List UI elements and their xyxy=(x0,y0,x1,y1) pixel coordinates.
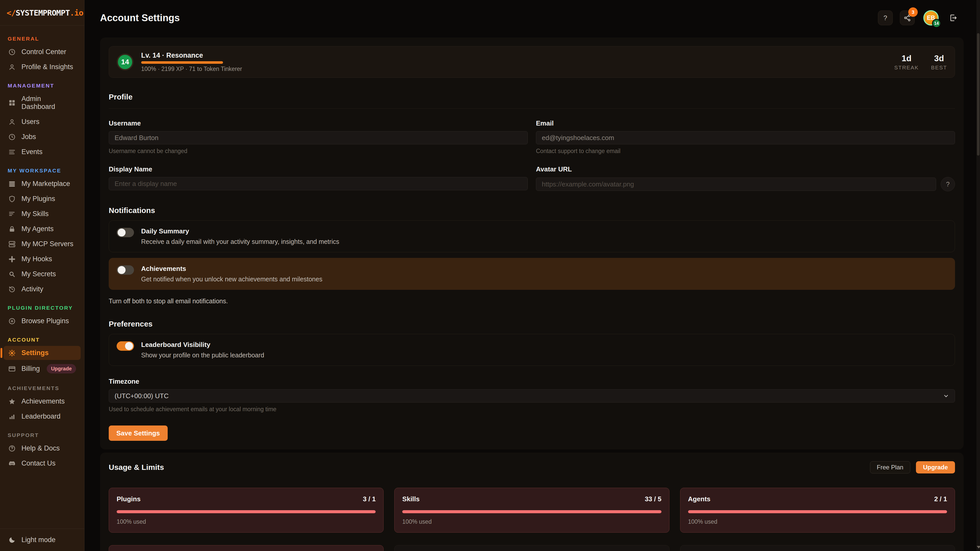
email-field[interactable] xyxy=(536,131,955,144)
usage-card-plugins: Plugins3 / 1 100% used xyxy=(109,488,383,533)
sidebar-item-profile-insights[interactable]: Profile & Insights xyxy=(3,60,81,74)
usage-card-agents: Agents2 / 1 100% used xyxy=(680,488,955,533)
question-mark-icon: ? xyxy=(883,14,887,22)
usage-card-value: 33 / 5 xyxy=(645,495,662,503)
sidebar-item-my-marketplace[interactable]: My Marketplace xyxy=(3,177,81,191)
avatar-url-field-group: Avatar URL ? xyxy=(536,165,955,191)
leaderboard-visibility-title: Leaderboard Visibility xyxy=(141,341,264,349)
scrollbar-thumb[interactable] xyxy=(977,33,980,156)
sidebar-item-achievements[interactable]: Achievements xyxy=(3,394,81,408)
sidebar-item-my-agents[interactable]: My Agents xyxy=(3,222,81,236)
discord-icon xyxy=(8,460,16,467)
sidebar-item-events[interactable]: Events xyxy=(3,145,81,159)
usage-card-name: Plugins xyxy=(117,495,141,503)
shield-icon xyxy=(8,195,16,203)
upgrade-button[interactable]: Upgrade xyxy=(916,461,955,473)
sidebar-item-label: Settings xyxy=(21,349,49,357)
sidebar-item-users[interactable]: Users xyxy=(3,115,81,129)
main-area: Account Settings ? 3 EB 14 xyxy=(84,0,980,551)
level-card: 14 Lv. 14 · Resonance 100% · 2199 XP · 7… xyxy=(109,46,955,78)
lines-icon xyxy=(8,210,16,218)
sidebar-item-label: My Marketplace xyxy=(21,180,70,188)
sidebar-section-general: GENERAL xyxy=(0,28,84,44)
username-input[interactable] xyxy=(109,131,528,144)
usage-card-skills: Skills33 / 5 100% used xyxy=(394,488,669,533)
sidebar-item-billing[interactable]: Billing Upgrade xyxy=(3,361,81,376)
user-menu[interactable]: EB 14 xyxy=(923,10,939,25)
preferences-section-title: Preferences xyxy=(109,320,955,328)
email-label: Email xyxy=(536,119,955,127)
preferences-section: Preferences Leaderboard Visibility Show … xyxy=(109,320,955,441)
sidebar-item-settings[interactable]: Settings xyxy=(3,346,81,360)
level-stats: 1d STREAK 3d BEST xyxy=(894,54,947,71)
page-title: Account Settings xyxy=(100,13,180,24)
toggle-knob xyxy=(118,266,126,274)
usage-card-name: Agents xyxy=(688,495,711,503)
help-button[interactable]: ? xyxy=(878,11,893,25)
logout-button[interactable] xyxy=(947,12,959,24)
usage-card-value: 2 / 1 xyxy=(934,495,947,503)
sidebar-item-label: My Secrets xyxy=(21,270,56,278)
sidebar-nav: GENERAL Control Center Profile & Insight… xyxy=(0,25,84,529)
usage-card-mcp-servers: MCP Servers19 / 1 100% used xyxy=(109,545,383,551)
leaderboard-visibility-toggle[interactable] xyxy=(117,341,134,351)
save-settings-button[interactable]: Save Settings xyxy=(109,426,168,441)
sidebar-item-activity[interactable]: Activity xyxy=(3,282,81,296)
profile-section-title: Profile xyxy=(109,93,955,101)
sidebar-item-my-hooks[interactable]: My Hooks xyxy=(3,252,81,266)
leaderboard-visibility-row: Leaderboard Visibility Show your profile… xyxy=(109,334,955,366)
usage-progress-fill xyxy=(117,510,375,513)
usage-progressbar xyxy=(688,510,947,513)
daily-summary-row: Daily Summary Receive a daily email with… xyxy=(109,221,955,252)
gauge-icon xyxy=(8,48,16,56)
plus-icon xyxy=(8,256,16,263)
sidebar-section-achievements: ACHIEVEMENTS xyxy=(0,378,84,393)
username-helper: Username cannot be changed xyxy=(109,148,528,155)
timezone-select[interactable]: (UTC+00:00) UTC xyxy=(109,389,955,403)
notifications-note: Turn off both to stop all email notifica… xyxy=(109,297,955,305)
display-name-input[interactable] xyxy=(109,177,528,190)
sidebar-item-my-plugins[interactable]: My Plugins xyxy=(3,192,81,206)
sidebar-item-label: Contact Us xyxy=(21,459,56,467)
sidebar-item-help-docs[interactable]: Help & Docs xyxy=(3,441,81,455)
daily-summary-toggle[interactable] xyxy=(117,228,134,237)
usage-header: Usage & Limits Free Plan Upgrade xyxy=(109,461,955,473)
level-info: Lv. 14 · Resonance 100% · 2199 XP · 71 t… xyxy=(141,52,242,73)
sidebar-item-control-center[interactable]: Control Center xyxy=(3,45,81,59)
topbar: Account Settings ? 3 EB 14 xyxy=(84,0,980,36)
level-subtitle: 100% · 2199 XP · 71 to Token Tinkerer xyxy=(141,65,242,73)
sidebar-item-label: Leaderboard xyxy=(21,413,60,421)
leaderboard-visibility-text: Leaderboard Visibility Show your profile… xyxy=(141,341,264,359)
sidebar-item-my-skills[interactable]: My Skills xyxy=(3,207,81,221)
sidebar-item-my-mcp-servers[interactable]: My MCP Servers xyxy=(3,237,81,251)
avatar-level-badge: 14 xyxy=(932,19,941,28)
achievements-toggle[interactable] xyxy=(117,265,134,275)
best-stat: 3d BEST xyxy=(931,54,947,71)
username-label: Username xyxy=(109,119,528,127)
usage-progress-fill xyxy=(688,510,947,513)
sidebar-item-my-secrets[interactable]: My Secrets xyxy=(3,267,81,281)
divider xyxy=(109,108,955,109)
sidebar-item-browse-plugins[interactable]: Browse Plugins xyxy=(3,314,81,328)
avatar-url-input[interactable] xyxy=(536,178,936,191)
sidebar-item-label: Activity xyxy=(21,285,43,293)
usage-progressbar xyxy=(117,510,375,513)
sidebar-item-leaderboard[interactable]: Leaderboard xyxy=(3,410,81,424)
avatar-help-button[interactable]: ? xyxy=(941,177,955,191)
sidebar-item-contact-us[interactable]: Contact Us xyxy=(3,456,81,470)
theme-toggle[interactable]: Light mode xyxy=(8,536,76,544)
clock-icon xyxy=(8,133,16,141)
sidebar-item-label: Browse Plugins xyxy=(21,317,69,325)
sidebar-item-jobs[interactable]: Jobs xyxy=(3,130,81,144)
theme-toggle-label: Light mode xyxy=(21,536,56,544)
scrollbar[interactable] xyxy=(977,0,980,551)
sidebar-section-support: SUPPORT xyxy=(0,424,84,440)
scroll-down-arrow-icon[interactable] xyxy=(977,546,980,548)
sidebar-item-admin-dashboard[interactable]: Admin Dashboard xyxy=(3,92,81,114)
share-button[interactable]: 3 xyxy=(900,11,915,25)
streak-stat: 1d STREAK xyxy=(894,54,919,71)
display-name-field-group: Display Name xyxy=(109,165,528,191)
billing-upgrade-badge: Upgrade xyxy=(47,364,76,373)
usage-pct-label: 100% used xyxy=(402,518,661,525)
share-notification-badge: 3 xyxy=(908,7,918,17)
